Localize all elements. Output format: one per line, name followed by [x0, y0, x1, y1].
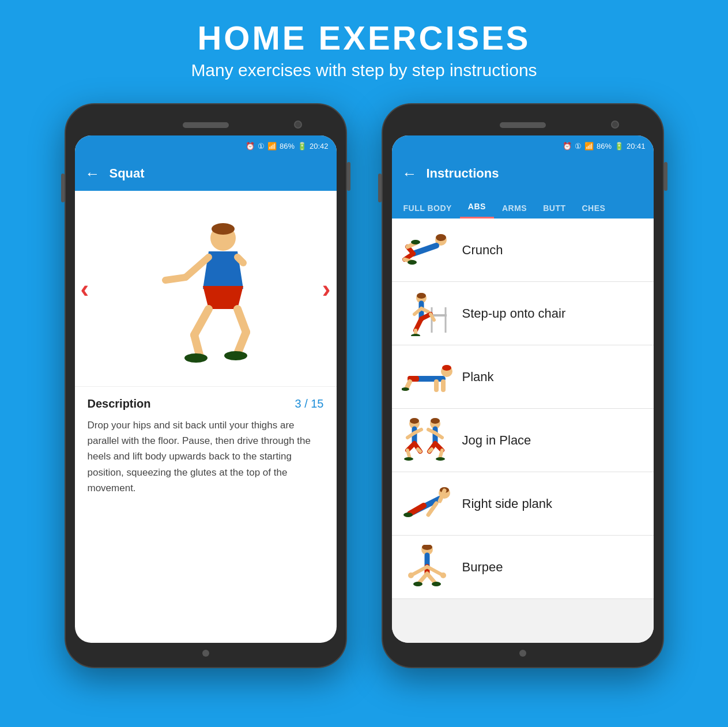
svg-line-81 — [427, 574, 435, 583]
back-button-r[interactable]: ← — [402, 165, 417, 183]
exercise-item-stepup[interactable]: Step-up onto chair — [392, 282, 654, 345]
alarm-icon: ⏰ — [246, 142, 255, 150]
power-button — [347, 162, 350, 191]
battery-icon: 🔋 — [297, 142, 307, 150]
tab-chest[interactable]: CHES — [574, 197, 613, 219]
svg-point-11 — [184, 353, 208, 363]
svg-line-15 — [413, 246, 436, 254]
alarm-icon-r: ⏰ — [563, 142, 572, 150]
sideplank-image — [401, 481, 453, 527]
right-phone: ⏰ ① 📶 86% 🔋 20:41 ← Instructions FULL BO… — [382, 103, 664, 668]
svg-point-71 — [403, 513, 413, 517]
left-nav-bar: ← Squat — [75, 156, 337, 191]
battery-icon-r: 🔋 — [614, 142, 624, 150]
tab-full-body[interactable]: FULL BODY — [395, 197, 460, 219]
home-button-r[interactable] — [519, 650, 526, 657]
phone-top-bar — [75, 115, 337, 135]
notification-icon-r: ① — [575, 142, 582, 150]
exercise-item-crunch[interactable]: Crunch — [392, 219, 654, 282]
right-status-icons: ⏰ ① 📶 86% 🔋 20:41 — [563, 142, 646, 150]
exercise-list: Crunch — [392, 219, 654, 643]
right-phone-top-bar — [392, 115, 654, 135]
tab-abs[interactable]: ABS — [460, 195, 494, 219]
left-phone-screen: ⏰ ① 📶 86% 🔋 20:42 ← Squat ‹ — [75, 135, 337, 643]
svg-line-68 — [410, 506, 424, 514]
right-status-bar: ⏰ ① 📶 86% 🔋 20:41 — [392, 135, 654, 156]
burpee-label: Burpee — [462, 560, 503, 575]
svg-point-56 — [431, 418, 440, 424]
svg-point-46 — [410, 418, 419, 424]
svg-line-61 — [440, 450, 442, 458]
tabs-bar: FULL BODY ABS ARMS BUTT CHES — [392, 191, 654, 219]
back-button[interactable]: ← — [85, 165, 100, 183]
svg-point-14 — [436, 234, 446, 241]
svg-point-62 — [436, 457, 445, 461]
screen-title: Squat — [110, 166, 145, 181]
description-text: Drop your hips and sit back until your t… — [88, 417, 324, 496]
left-phone: ⏰ ① 📶 86% 🔋 20:42 ← Squat ‹ — [65, 103, 347, 668]
status-icons: ⏰ ① 📶 86% 🔋 20:42 — [246, 142, 329, 150]
svg-point-78 — [408, 572, 414, 578]
desc-header: Description 3 / 15 — [88, 397, 324, 410]
prev-arrow[interactable]: ‹ — [81, 274, 89, 303]
right-phone-bottom-bar — [392, 643, 654, 664]
right-speaker — [500, 122, 546, 128]
svg-line-5 — [165, 277, 186, 280]
signal-icon: 📶 — [267, 142, 277, 150]
svg-point-21 — [408, 260, 417, 265]
description-label: Description — [88, 397, 151, 410]
right-phone-screen: ⏰ ① 📶 86% 🔋 20:41 ← Instructions FULL BO… — [392, 135, 654, 643]
svg-point-82 — [413, 582, 423, 586]
svg-point-20 — [411, 240, 420, 244]
jog-label: Jog in Place — [462, 433, 531, 448]
exercise-item-plank[interactable]: Plank — [392, 345, 654, 409]
svg-point-38 — [442, 365, 451, 371]
exercise-description: Description 3 / 15 Drop your hips and si… — [75, 387, 337, 506]
signal-icon-r: 📶 — [584, 142, 594, 150]
right-nav-bar: ← Instructions — [392, 156, 654, 191]
exercise-item-jog[interactable]: Jog in Place — [392, 409, 654, 472]
battery-label-r: 86% — [597, 142, 612, 150]
battery-label: 86% — [280, 142, 295, 150]
volume-button — [61, 174, 65, 202]
exercise-item-burpee[interactable]: Burpee — [392, 536, 654, 599]
notification-icon: ① — [258, 142, 265, 150]
svg-point-1 — [212, 223, 235, 235]
svg-line-4 — [237, 257, 243, 263]
home-button[interactable] — [202, 650, 209, 657]
exercise-image-area: ‹ — [75, 191, 337, 387]
exercise-count: 3 / 15 — [295, 397, 323, 410]
instructions-title: Instructions — [427, 166, 499, 181]
tab-butt[interactable]: BUTT — [535, 197, 574, 219]
power-button-right — [664, 162, 667, 191]
svg-point-12 — [224, 351, 247, 360]
svg-point-52 — [404, 457, 413, 461]
svg-point-83 — [432, 582, 441, 586]
svg-point-79 — [440, 572, 446, 578]
speaker — [183, 122, 229, 128]
svg-line-43 — [406, 382, 410, 389]
burpee-image — [401, 544, 453, 590]
left-status-bar: ⏰ ① 📶 86% 🔋 20:42 — [75, 135, 337, 156]
stepup-image — [401, 291, 453, 337]
camera — [294, 120, 302, 129]
next-arrow[interactable]: › — [322, 274, 331, 303]
tab-arms[interactable]: ARMS — [494, 197, 535, 219]
plank-image — [401, 354, 453, 400]
svg-line-10 — [237, 332, 246, 353]
exercise-item-sideplank[interactable]: Right side plank — [392, 472, 654, 536]
plank-label: Plank — [462, 370, 494, 385]
svg-line-51 — [408, 450, 410, 458]
page-title: HOME EXERCISES — [12, 18, 716, 57]
crunch-label: Crunch — [462, 243, 503, 258]
time-label-r: 20:41 — [627, 142, 646, 150]
volume-button-right — [378, 174, 382, 202]
right-camera — [611, 120, 619, 129]
phones-container: ⏰ ① 📶 86% 🔋 20:42 ← Squat ‹ — [0, 92, 728, 668]
sideplank-label: Right side plank — [462, 496, 553, 511]
svg-point-28 — [417, 293, 426, 299]
crunch-image — [401, 227, 453, 273]
header: HOME EXERCISES Many exercises with step … — [0, 0, 728, 92]
squat-figure — [148, 214, 263, 364]
svg-point-35 — [411, 334, 420, 336]
